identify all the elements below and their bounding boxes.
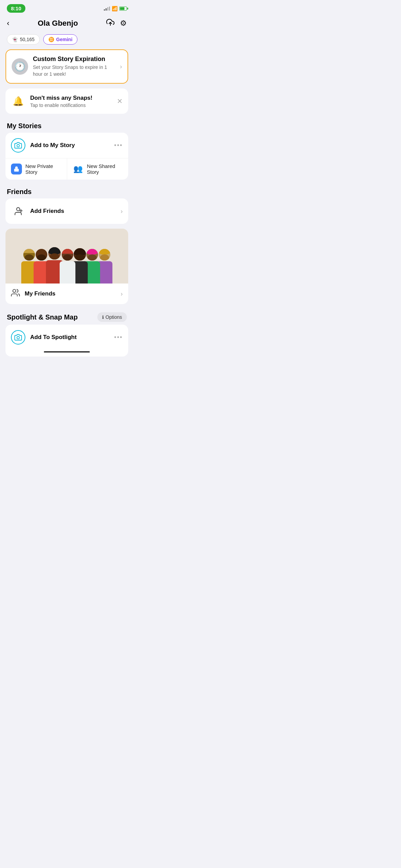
notification-title: Don't miss any Snaps! (30, 95, 93, 101)
add-story-row[interactable]: Add to My Story ••• (5, 133, 128, 158)
more-options-icon[interactable]: ••• (114, 142, 123, 149)
back-button[interactable]: ‹ (7, 19, 9, 28)
close-notification-button[interactable]: ✕ (117, 97, 123, 105)
bottom-indicator (44, 351, 90, 352)
score-icon: 👻 (12, 37, 18, 42)
new-private-story-label: New Private Story (25, 163, 61, 175)
spotlight-section-header-row: Spotlight & Snap Map ℹ Options (0, 309, 134, 325)
add-friend-icon (11, 204, 25, 218)
battery-icon (119, 7, 127, 11)
header-icons: ⚙ (106, 18, 127, 28)
add-friends-label: Add Friends (30, 208, 116, 215)
friends-avatar-group (5, 229, 128, 284)
friends-section-header: Friends (0, 184, 134, 198)
add-spotlight-label: Add To Spotlight (30, 334, 109, 341)
svg-point-7 (17, 336, 19, 339)
badges-row: 👻 50,165 ♊ Gemini (0, 32, 134, 49)
notification-desc: Tap to enable notifications (30, 103, 93, 108)
story-expiration-desc: Set your Story Snaps to expire in 1 hour… (33, 64, 115, 77)
bell-icon: 🔔 (11, 94, 25, 108)
chevron-right-icon: › (120, 63, 122, 70)
page-title: Ola Gbenjo (38, 19, 78, 28)
zodiac-label: Gemini (56, 37, 72, 42)
zodiac-badge: ♊ Gemini (43, 34, 77, 45)
spotlight-options-button[interactable]: ℹ Options (97, 312, 127, 322)
spotlight-more-options-icon[interactable]: ••• (114, 334, 123, 341)
story-expiration-card[interactable]: 🕐 Custom Story Expiration Set your Story… (5, 49, 128, 84)
my-friends-label: My Friends (25, 290, 116, 297)
header: ‹ Ola Gbenjo ⚙ (0, 15, 134, 32)
score-value: 50,165 (20, 37, 35, 42)
story-expiration-title: Custom Story Expiration (33, 56, 115, 63)
status-icons: 📶 (104, 6, 127, 11)
camera-circle-icon (11, 138, 25, 153)
my-friends-icon (11, 288, 20, 299)
status-bar: 8:10 📶 (0, 0, 134, 15)
friends-bitmoji-card[interactable]: My Friends › (5, 229, 128, 304)
score-badge: 👻 50,165 (7, 34, 40, 45)
shared-story-icon: 👥 (73, 164, 84, 174)
notification-card[interactable]: 🔔 Don't miss any Snaps! Tap to enable no… (5, 88, 128, 114)
clock-icon: 🕐 (12, 58, 28, 75)
upload-button[interactable] (106, 18, 114, 28)
camera-icon (14, 142, 22, 149)
spotlight-camera-icon (11, 330, 25, 345)
settings-button[interactable]: ⚙ (120, 19, 127, 28)
svg-point-6 (13, 289, 16, 292)
notification-text: Don't miss any Snaps! Tap to enable noti… (30, 95, 93, 108)
new-shared-story-label: New Shared Story (87, 163, 123, 175)
add-spotlight-card[interactable]: Add To Spotlight ••• (5, 325, 128, 357)
add-friends-row[interactable]: Add Friends › (5, 198, 128, 224)
my-friends-chevron-icon: › (121, 290, 123, 298)
add-spotlight-row[interactable]: Add To Spotlight ••• (5, 325, 128, 350)
lock-icon (13, 166, 20, 172)
add-friends-chevron-icon: › (121, 208, 123, 215)
story-actions-row: New Private Story 👥 New Shared Story (5, 158, 128, 180)
upload-icon (106, 18, 114, 26)
svg-rect-2 (14, 169, 19, 171)
svg-point-1 (17, 144, 19, 147)
info-icon: ℹ (102, 315, 104, 320)
add-story-label: Add to My Story (30, 142, 109, 149)
wifi-icon: 📶 (112, 6, 118, 11)
my-stories-section-header: My Stories (0, 119, 134, 133)
person-plus-icon (13, 206, 23, 216)
new-private-story-button[interactable]: New Private Story (5, 158, 67, 180)
private-story-icon (11, 164, 22, 174)
status-time: 8:10 (7, 4, 25, 13)
signal-icon (104, 7, 110, 11)
story-expiration-text: Custom Story Expiration Set your Story S… (33, 56, 115, 77)
my-stories-card: Add to My Story ••• New Private Story 👥 … (5, 133, 128, 180)
spotlight-section-title: Spotlight & Snap Map (7, 313, 78, 321)
new-shared-story-button[interactable]: 👥 New Shared Story (67, 158, 129, 180)
svg-point-3 (16, 208, 20, 211)
spotlight-camera-svg (14, 334, 22, 341)
my-friends-row[interactable]: My Friends › (5, 284, 128, 304)
add-friends-card[interactable]: Add Friends › (5, 198, 128, 224)
options-label: Options (106, 314, 122, 320)
zodiac-icon: ♊ (48, 37, 54, 42)
